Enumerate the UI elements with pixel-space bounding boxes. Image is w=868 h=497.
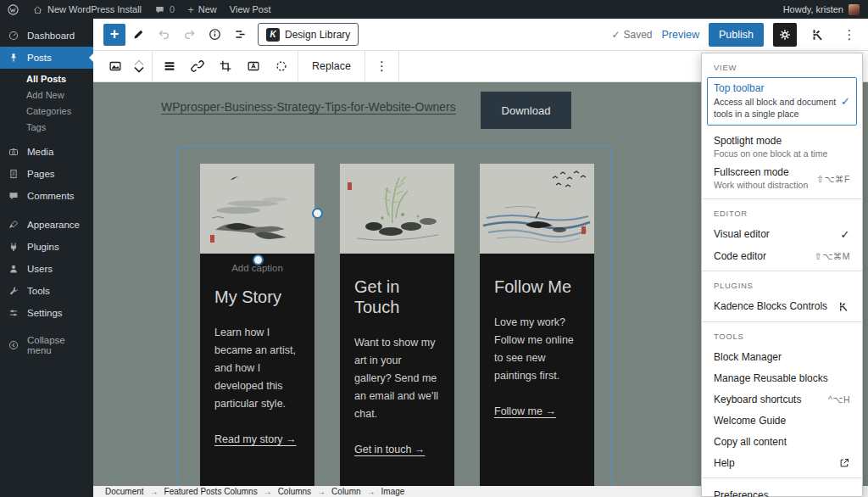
posts-pin-icon (8, 52, 19, 64)
menu-item-keyboard-shortcuts[interactable]: Keyboard shortcuts ^⌥H (702, 388, 862, 410)
submenu-categories[interactable]: Categories (0, 103, 93, 119)
menu-item-manage-reusable-blocks[interactable]: Manage Reusable blocks (702, 367, 862, 388)
crop-button[interactable] (211, 51, 239, 81)
collapse-arrow-icon (8, 339, 19, 351)
plus-icon: + (187, 4, 194, 15)
sidebar-item-settings[interactable]: Settings (0, 302, 93, 324)
publish-button[interactable]: Publish (709, 23, 764, 47)
chevron-up-icon (133, 59, 145, 66)
details-button[interactable] (202, 22, 227, 47)
options-menu-button[interactable]: ⋮ (839, 23, 860, 47)
menu-item-kadence-blocks-controls[interactable]: Kadence Blocks Controls (702, 295, 862, 317)
file-block-title-link[interactable]: WPprosper-Business-Strategy-Tips-for-Web… (161, 100, 456, 114)
image-resize-handle-bottom[interactable] (253, 254, 264, 265)
collapse-menu-button[interactable]: Collapse menu (0, 330, 93, 360)
kadence-controls-button[interactable] (806, 23, 830, 47)
text-overlay-button[interactable] (239, 51, 267, 81)
new-content-button[interactable]: + New (187, 4, 217, 15)
sidebar-item-posts[interactable]: Posts (0, 47, 93, 69)
get-in-touch-link[interactable]: Get in touch → (354, 441, 425, 458)
featured-posts-columns-block[interactable]: Add caption My Story Learn how I became … (177, 146, 612, 486)
card-heading[interactable]: Follow Me (494, 276, 580, 297)
submenu-tags[interactable]: Tags (0, 119, 93, 135)
menu-item-help[interactable]: Help (702, 452, 862, 473)
settings-gear-button[interactable] (773, 23, 797, 47)
sidebar-item-comments[interactable]: Comments (0, 185, 93, 207)
image-icon (108, 59, 123, 74)
tools-pencil-button[interactable] (125, 22, 151, 47)
link-button[interactable] (183, 51, 211, 81)
preview-button[interactable]: Preview (662, 29, 699, 41)
replace-button[interactable]: Replace (301, 60, 362, 72)
column-card-follow-me[interactable]: Follow Me Love my work? Follow me online… (480, 164, 594, 486)
howdy-text[interactable]: Howdy, kristen (783, 4, 843, 14)
card-heading[interactable]: My Story (214, 287, 300, 307)
menu-item-block-manager[interactable]: Block Manager (702, 346, 862, 367)
menu-item-top-toolbar[interactable]: Top toolbar Access all block and documen… (707, 77, 857, 126)
chevron-down-icon (133, 66, 145, 73)
submenu-add-new[interactable]: Add New (0, 87, 93, 103)
breadcrumb-featured-posts-columns[interactable]: Featured Posts Columns (164, 487, 258, 496)
read-my-story-link[interactable]: Read my story → (214, 431, 297, 448)
card-heading[interactable]: Get in Touch (354, 276, 440, 317)
download-button[interactable]: Download (481, 92, 571, 129)
follow-me-link[interactable]: Follow me → (494, 403, 556, 420)
menu-item-welcome-guide[interactable]: Welcome Guide (702, 410, 862, 431)
pages-icon (8, 168, 19, 180)
design-library-button[interactable]: K Design Library (258, 23, 359, 46)
view-section-label: View (702, 59, 862, 77)
external-link-icon (838, 457, 850, 469)
sidebar-item-users[interactable]: Users (0, 258, 93, 280)
avatar[interactable] (849, 4, 860, 15)
block-mover[interactable] (129, 59, 149, 73)
arrow-right-icon: → (150, 487, 159, 496)
block-inserter-button[interactable]: + (103, 24, 125, 46)
comment-bubble-icon (154, 4, 165, 15)
ink-painting-bird-image[interactable] (200, 164, 314, 254)
menu-item-preferences[interactable]: Preferences (702, 484, 862, 497)
check-icon: ✓ (611, 29, 620, 41)
card-body-text[interactable]: Want to show my art in your gallery? Sen… (354, 334, 440, 423)
breadcrumb-column[interactable]: Column (331, 487, 360, 496)
duotone-button[interactable] (267, 51, 295, 81)
menu-item-spotlight-mode[interactable]: Spotlight mode Focus on one block at a t… (702, 131, 862, 163)
editor-header: + K Design Library ✓ Saved Preview Publi… (93, 19, 868, 51)
menu-item-code-editor[interactable]: Code editor ⇧⌥⌘M (702, 245, 862, 266)
comments-shortcut[interactable]: 0 (154, 4, 175, 15)
ink-painting-plants-image[interactable] (340, 164, 454, 254)
ellipsis-icon: ⋮ (843, 27, 856, 42)
saved-status: ✓ Saved (611, 29, 652, 41)
keyboard-shortcuts-shortcut: ^⌥H (828, 394, 850, 405)
card-body-text[interactable]: Love my work? Follow me online to see ne… (494, 314, 580, 385)
submenu-all-posts[interactable]: All Posts (0, 70, 93, 87)
sidebar-item-pages[interactable]: Pages (0, 163, 93, 185)
sidebar-item-appearance[interactable]: Appearance (0, 214, 93, 236)
card-body-text[interactable]: Learn how I became an artist, and how I … (214, 324, 300, 413)
menu-item-fullscreen-mode[interactable]: Fullscreen mode Work without distraction… (702, 163, 862, 194)
top-toolbar-description: Access all block and document tools in a… (714, 97, 837, 120)
block-options-button[interactable]: ⋮ (368, 51, 396, 81)
image-resize-handle-right[interactable] (312, 208, 323, 219)
list-view-button[interactable] (227, 22, 253, 47)
sidebar-item-plugins[interactable]: Plugins (0, 236, 93, 258)
breadcrumb-columns[interactable]: Columns (278, 487, 311, 496)
menu-item-visual-editor[interactable]: Visual editor ✓ (702, 223, 862, 245)
redo-button[interactable] (176, 22, 202, 47)
column-card-get-in-touch[interactable]: Get in Touch Want to show my art in your… (340, 164, 454, 486)
menu-item-copy-all-content[interactable]: Copy all content (702, 431, 862, 452)
ink-painting-water-image[interactable] (480, 164, 594, 254)
column-card-my-story[interactable]: Add caption My Story Learn how I became … (200, 164, 314, 486)
crop-icon (218, 59, 233, 74)
sidebar-item-media[interactable]: Media (0, 141, 93, 163)
image-block-button[interactable] (101, 51, 129, 81)
undo-button[interactable] (151, 22, 176, 47)
wordpress-logo-icon[interactable] (7, 3, 19, 16)
gear-icon (778, 28, 792, 42)
view-post-link[interactable]: View Post (230, 4, 271, 14)
breadcrumb-document[interactable]: Document (105, 487, 144, 496)
site-link[interactable]: New WordPress Install (32, 4, 142, 15)
sidebar-item-tools[interactable]: Tools (0, 280, 93, 302)
sidebar-item-dashboard[interactable]: Dashboard (0, 25, 93, 47)
align-button[interactable] (155, 51, 183, 81)
ellipsis-icon: ⋮ (376, 59, 388, 74)
